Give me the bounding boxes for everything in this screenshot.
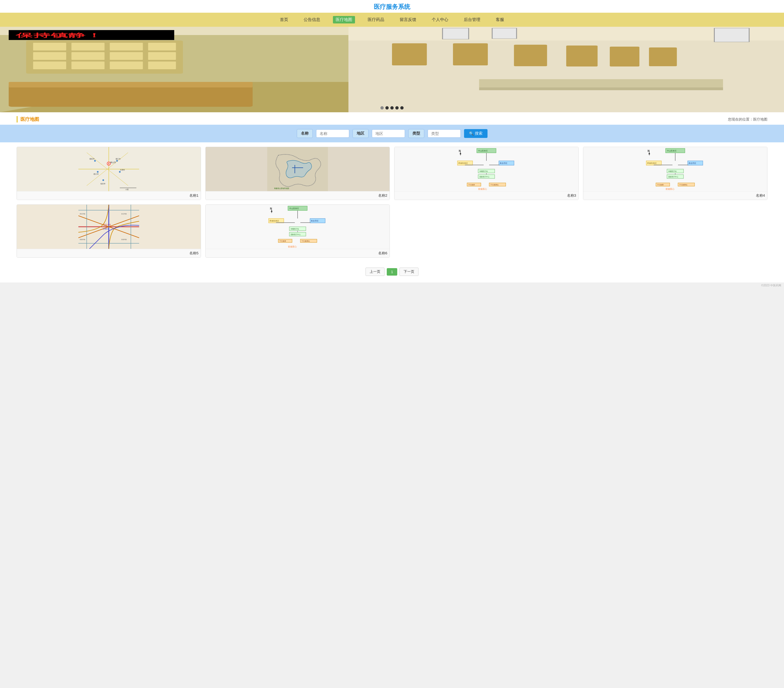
nav-item-profile[interactable]: 个人中心 — [429, 16, 451, 23]
site-title: 医疗服务系统 — [0, 0, 784, 13]
svg-text:青藤登山营地导览图: 青藤登山营地导览图 — [274, 187, 289, 189]
svg-text:丽江市: 丽江市 — [116, 158, 121, 160]
svg-text:钟楼医疗站: 钟楼医疗站 — [290, 228, 299, 230]
prev-page-button[interactable]: 上一页 — [366, 268, 385, 276]
map-card-3[interactable]: N 中山医务区 界善院美区 美谷乔区 — [394, 147, 579, 200]
svg-rect-24 — [148, 61, 176, 69]
svg-rect-28 — [479, 87, 723, 90]
svg-rect-27 — [479, 79, 723, 87]
carousel-dot-1[interactable] — [380, 106, 384, 110]
svg-text:N: N — [647, 149, 649, 153]
svg-text:前途医心: 前途医心 — [288, 245, 297, 248]
svg-text:下行换乘: 下行换乘 — [279, 240, 286, 242]
map-thumb-6: N 中山医务区 界善院美区 美谷乔区 钟楼医疗站 国际医疗中心 — [206, 205, 390, 249]
carousel-dot-4[interactable] — [395, 106, 399, 110]
svg-text:下行换乘站: 下行换乘站 — [490, 184, 499, 186]
pagination: 上一页 1 下一页 — [0, 263, 784, 282]
map-grid-row2: 医院大道 交通枢纽 西北环路 东北环路 西南环路 东南环路 名称5 N — [16, 204, 768, 258]
svg-text:小里: 小里 — [125, 189, 128, 190]
search-name-input[interactable] — [316, 130, 349, 138]
search-bar: 名称 地区 类型 🔍 搜索 — [0, 125, 784, 142]
map-thumb-2: 青藤登山营地导览图 — [206, 147, 390, 191]
svg-text:美谷乔区: 美谷乔区 — [688, 162, 696, 164]
section-title: 医疗地图 — [16, 116, 39, 123]
nav-item-feedback[interactable]: 留言反馈 — [397, 16, 419, 23]
map-thumb-3: N 中山医务区 界善院美区 美谷乔区 — [394, 147, 578, 191]
search-type-input[interactable] — [428, 130, 461, 138]
map-image-2: 青藤登山营地导览图 — [206, 147, 390, 191]
svg-text:西南环路: 西南环路 — [80, 239, 85, 240]
map-card-1[interactable]: 保山市 怒江州 大理州 临沧市 丽江市 德宏州 小里 名称1 — [16, 147, 201, 200]
map-thumb-5: 医院大道 交通枢纽 西北环路 东北环路 西南环路 东南环路 — [17, 205, 201, 249]
search-region-input[interactable] — [372, 130, 405, 138]
svg-text:国际医疗中心: 国际医疗中心 — [479, 176, 489, 178]
search-icon: 🔍 — [469, 131, 474, 136]
nav-item-notice[interactable]: 公告信息 — [301, 16, 323, 23]
svg-rect-26 — [9, 82, 253, 87]
map-name-4: 名称4 — [583, 191, 767, 200]
breadcrumb-bar: 医疗地图 您现在的位置：医疗地图 — [0, 112, 784, 125]
nav-item-service[interactable]: 客服 — [493, 16, 507, 23]
svg-text:东北环路: 东北环路 — [121, 213, 127, 215]
breadcrumb-current: 医疗地图 — [753, 117, 768, 122]
svg-rect-18 — [71, 52, 105, 60]
search-type-label: 类型 — [408, 129, 424, 138]
map-image-4: N 中山医务区 界善院美区 美谷乔区 钟楼医疗站 国际医疗中心 — [583, 147, 767, 191]
breadcrumb: 您现在的位置：医疗地图 — [728, 117, 768, 122]
map-name-6: 名称6 — [206, 249, 390, 258]
svg-point-40 — [108, 163, 109, 164]
svg-rect-19 — [110, 52, 143, 60]
svg-rect-13 — [33, 43, 66, 51]
map-thumb-4: N 中山医务区 界善院美区 美谷乔区 钟楼医疗站 国际医疗中心 — [583, 147, 767, 191]
svg-text:国际医疗中心: 国际医疗中心 — [291, 233, 301, 235]
svg-text:交通枢纽: 交通枢纽 — [103, 228, 109, 230]
carousel-image: 保持镇静！ — [0, 27, 784, 112]
page-1-button[interactable]: 1 — [387, 268, 397, 276]
svg-point-42 — [119, 171, 121, 173]
map-name-2: 名称2 — [206, 191, 390, 200]
svg-text:下行换乘站: 下行换乘站 — [301, 240, 310, 242]
search-btn-label: 搜索 — [475, 131, 483, 136]
carousel-dot-5[interactable] — [400, 106, 404, 110]
search-region-label: 地区 — [352, 129, 369, 138]
nav-item-home[interactable]: 首页 — [277, 16, 291, 23]
svg-rect-10 — [610, 47, 639, 66]
map-name-1: 名称1 — [17, 191, 201, 200]
search-button[interactable]: 🔍 搜索 — [464, 129, 488, 138]
carousel-dot-2[interactable] — [385, 106, 389, 110]
svg-rect-16 — [148, 43, 176, 51]
carousel-dot-3[interactable] — [390, 106, 394, 110]
nav-item-map[interactable]: 医疗地图 — [333, 16, 355, 23]
svg-text:怒江州: 怒江州 — [93, 173, 99, 175]
svg-text:界善院美区: 界善院美区 — [458, 162, 468, 164]
carousel-dots — [380, 106, 404, 110]
map-grid-row1: 保山市 怒江州 大理州 临沧市 丽江市 德宏州 小里 名称1 — [16, 147, 768, 200]
svg-text:前途医心: 前途医心 — [665, 187, 675, 190]
map-card-5[interactable]: 医院大道 交通枢纽 西北环路 东北环路 西南环路 东南环路 名称5 — [16, 204, 201, 258]
svg-text:钟楼医疗站: 钟楼医疗站 — [479, 171, 488, 172]
svg-text:前途医心: 前途医心 — [478, 187, 487, 190]
map-image-1: 保山市 怒江州 大理州 临沧市 丽江市 德宏州 小里 — [17, 147, 201, 191]
map-card-4[interactable]: N 中山医务区 界善院美区 美谷乔区 钟楼医疗站 国际医疗中心 — [583, 147, 768, 200]
svg-rect-9 — [566, 46, 598, 66]
svg-point-45 — [94, 160, 96, 162]
svg-text:东南环路: 东南环路 — [121, 239, 127, 240]
map-thumb-1: 保山市 怒江州 大理州 临沧市 丽江市 德宏州 小里 — [17, 147, 201, 191]
svg-rect-33 — [492, 28, 517, 39]
next-page-button[interactable]: 下一页 — [399, 268, 418, 276]
map-name-5: 名称5 — [17, 249, 201, 258]
svg-rect-7 — [453, 43, 488, 66]
map-card-2[interactable]: 青藤登山营地导览图 名称2 — [205, 147, 390, 200]
map-card-6[interactable]: N 中山医务区 界善院美区 美谷乔区 钟楼医疗站 国际医疗中心 — [205, 204, 390, 258]
svg-text:界善院美区: 界善院美区 — [269, 220, 279, 222]
map-image-5: 医院大道 交通枢纽 西北环路 东北环路 西南环路 东南环路 — [17, 205, 201, 249]
svg-rect-20 — [148, 52, 176, 60]
map-card-empty-1 — [394, 204, 579, 258]
svg-text:美谷乔区: 美谷乔区 — [500, 162, 507, 164]
nav-item-medicine[interactable]: 医疗药品 — [365, 16, 387, 23]
svg-point-44 — [116, 160, 118, 162]
nav-item-admin[interactable]: 后台管理 — [461, 16, 483, 23]
svg-text:医院大道: 医院大道 — [103, 224, 111, 226]
search-name-label: 名称 — [297, 129, 313, 138]
map-image-6: N 中山医务区 界善院美区 美谷乔区 钟楼医疗站 国际医疗中心 — [206, 205, 390, 249]
